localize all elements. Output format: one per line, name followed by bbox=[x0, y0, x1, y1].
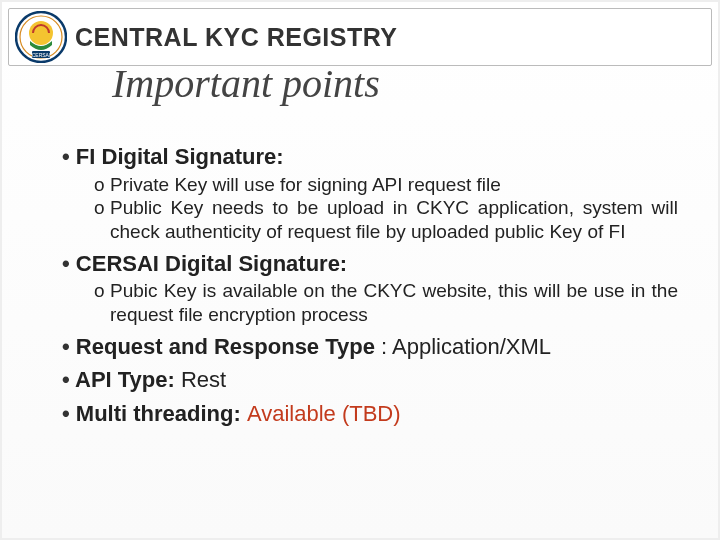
sub-text: Public Key needs to be upload in CKYC ap… bbox=[110, 197, 678, 242]
sub-bullet: o Public Key needs to be upload in CKYC … bbox=[94, 196, 678, 244]
bullet-strong: Multi threading: bbox=[76, 401, 247, 426]
bullet-cersai-digital-signature: CERSAI Digital Signature: bbox=[62, 250, 678, 278]
bullet-value: Available (TBD) bbox=[247, 401, 401, 426]
bullet-strong: Request and Response Type bbox=[76, 334, 375, 359]
sub-bullet: o Pubic Key is available on the CKYC web… bbox=[94, 279, 678, 327]
bullet-api-type: API Type: Rest bbox=[62, 366, 678, 394]
bullet-fi-digital-signature: FI Digital Signature: bbox=[62, 143, 678, 171]
bullet-value: Rest bbox=[181, 367, 226, 392]
sub-bullet: o Private Key will use for signing API r… bbox=[94, 173, 678, 197]
cersai-logo-icon: CERSAI bbox=[15, 11, 67, 63]
bullet-request-response: Request and Response Type : Application/… bbox=[62, 333, 678, 361]
bullet-heading: CERSAI Digital Signature: bbox=[76, 251, 347, 276]
bullet-value: : Application/XML bbox=[375, 334, 551, 359]
header-band: CERSAI CENTRAL KYC REGISTRY bbox=[8, 8, 712, 66]
bullet-multi-threading: Multi threading: Available (TBD) bbox=[62, 400, 678, 428]
bullet-heading: FI Digital Signature: bbox=[76, 144, 284, 169]
sub-text: Private Key will use for signing API req… bbox=[110, 174, 501, 195]
brand-title: CENTRAL KYC REGISTRY bbox=[75, 23, 398, 52]
sub-text: Pubic Key is available on the CKYC websi… bbox=[110, 280, 678, 325]
svg-text:CERSAI: CERSAI bbox=[32, 52, 51, 58]
content-area: FI Digital Signature: o Private Key will… bbox=[62, 137, 678, 429]
slide: CERSAI CENTRAL KYC REGISTRY Important po… bbox=[0, 0, 720, 540]
page-title: Important points bbox=[112, 60, 380, 107]
bullet-strong: API Type: bbox=[75, 367, 181, 392]
